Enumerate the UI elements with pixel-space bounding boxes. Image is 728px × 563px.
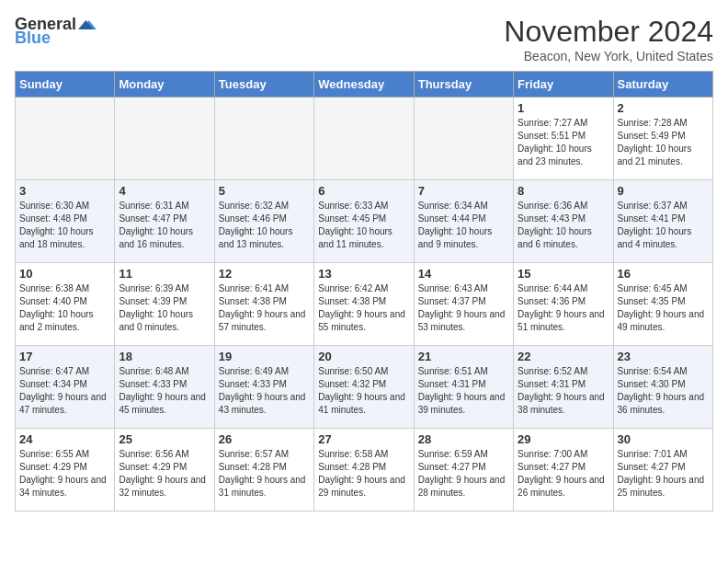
calendar-cell: 5Sunrise: 6:32 AM Sunset: 4:46 PM Daylig… (214, 180, 313, 263)
day-number: 7 (418, 184, 509, 198)
day-number: 22 (518, 350, 609, 363)
day-info: Sunrise: 6:57 AM Sunset: 4:28 PM Dayligh… (219, 448, 310, 500)
day-info: Sunrise: 6:51 AM Sunset: 4:31 PM Dayligh… (418, 365, 509, 417)
calendar-cell: 29Sunrise: 7:00 AM Sunset: 4:27 PM Dayli… (514, 429, 613, 511)
day-info: Sunrise: 6:39 AM Sunset: 4:39 PM Dayligh… (119, 282, 210, 334)
day-number: 9 (618, 184, 709, 198)
header: General Blue November 2024 Beacon, New Y… (15, 15, 713, 63)
calendar-table: SundayMondayTuesdayWednesdayThursdayFrid… (15, 71, 713, 511)
calendar-cell: 15Sunrise: 6:44 AM Sunset: 4:36 PM Dayli… (514, 263, 613, 346)
calendar-cell: 8Sunrise: 6:36 AM Sunset: 4:43 PM Daylig… (514, 180, 613, 263)
calendar-cell: 24Sunrise: 6:55 AM Sunset: 4:29 PM Dayli… (16, 429, 115, 511)
day-info: Sunrise: 6:43 AM Sunset: 4:37 PM Dayligh… (418, 282, 509, 334)
header-thursday: Thursday (414, 72, 513, 98)
day-number: 26 (219, 432, 310, 446)
logo-icon (78, 16, 97, 34)
day-info: Sunrise: 6:36 AM Sunset: 4:43 PM Dayligh… (518, 200, 609, 251)
location: Beacon, New York, United States (504, 49, 713, 63)
day-number: 14 (418, 267, 509, 281)
day-info: Sunrise: 6:48 AM Sunset: 4:33 PM Dayligh… (119, 365, 210, 417)
day-info: Sunrise: 6:52 AM Sunset: 4:31 PM Dayligh… (518, 365, 609, 417)
header-friday: Friday (514, 72, 613, 98)
day-info: Sunrise: 7:01 AM Sunset: 4:27 PM Dayligh… (618, 448, 709, 500)
calendar-cell: 12Sunrise: 6:41 AM Sunset: 4:38 PM Dayli… (214, 263, 313, 346)
week-row-3: 10Sunrise: 6:38 AM Sunset: 4:40 PM Dayli… (16, 263, 713, 346)
header-saturday: Saturday (613, 72, 712, 98)
day-number: 23 (618, 350, 709, 363)
calendar-cell: 11Sunrise: 6:39 AM Sunset: 4:39 PM Dayli… (115, 263, 214, 346)
day-number: 17 (19, 350, 110, 363)
day-info: Sunrise: 6:41 AM Sunset: 4:38 PM Dayligh… (219, 282, 310, 334)
calendar-cell: 6Sunrise: 6:33 AM Sunset: 4:45 PM Daylig… (314, 180, 414, 263)
header-row: SundayMondayTuesdayWednesdayThursdayFrid… (16, 72, 713, 98)
day-number: 21 (418, 350, 509, 363)
day-info: Sunrise: 6:44 AM Sunset: 4:36 PM Dayligh… (518, 282, 609, 334)
day-number: 2 (618, 101, 709, 115)
day-info: Sunrise: 6:49 AM Sunset: 4:33 PM Dayligh… (219, 365, 310, 417)
day-info: Sunrise: 6:47 AM Sunset: 4:34 PM Dayligh… (19, 365, 110, 417)
day-info: Sunrise: 6:33 AM Sunset: 4:45 PM Dayligh… (318, 200, 409, 251)
day-number: 5 (219, 184, 310, 198)
calendar-cell: 30Sunrise: 7:01 AM Sunset: 4:27 PM Dayli… (613, 429, 712, 511)
calendar-cell: 3Sunrise: 6:30 AM Sunset: 4:48 PM Daylig… (16, 180, 115, 263)
calendar-cell: 19Sunrise: 6:49 AM Sunset: 4:33 PM Dayli… (214, 346, 313, 429)
week-row-1: 1Sunrise: 7:27 AM Sunset: 5:51 PM Daylig… (16, 98, 713, 180)
calendar-cell: 7Sunrise: 6:34 AM Sunset: 4:44 PM Daylig… (414, 180, 513, 263)
day-info: Sunrise: 7:28 AM Sunset: 5:49 PM Dayligh… (618, 117, 709, 168)
calendar-cell: 13Sunrise: 6:42 AM Sunset: 4:38 PM Dayli… (314, 263, 414, 346)
day-number: 13 (318, 267, 409, 281)
day-info: Sunrise: 6:45 AM Sunset: 4:35 PM Dayligh… (618, 282, 709, 334)
day-number: 27 (318, 432, 409, 446)
header-sunday: Sunday (16, 72, 115, 98)
calendar-cell: 26Sunrise: 6:57 AM Sunset: 4:28 PM Dayli… (214, 429, 313, 511)
calendar-cell: 17Sunrise: 6:47 AM Sunset: 4:34 PM Dayli… (16, 346, 115, 429)
day-number: 6 (318, 184, 409, 198)
calendar-cell: 18Sunrise: 6:48 AM Sunset: 4:33 PM Dayli… (115, 346, 214, 429)
calendar-cell: 9Sunrise: 6:37 AM Sunset: 4:41 PM Daylig… (613, 180, 712, 263)
calendar-cell: 14Sunrise: 6:43 AM Sunset: 4:37 PM Dayli… (414, 263, 513, 346)
calendar-cell: 27Sunrise: 6:58 AM Sunset: 4:28 PM Dayli… (314, 429, 414, 511)
day-info: Sunrise: 6:38 AM Sunset: 4:40 PM Dayligh… (19, 282, 110, 334)
day-number: 18 (119, 350, 210, 363)
calendar-cell (16, 98, 115, 180)
day-number: 19 (219, 350, 310, 363)
day-info: Sunrise: 6:59 AM Sunset: 4:27 PM Dayligh… (418, 448, 509, 500)
day-info: Sunrise: 6:42 AM Sunset: 4:38 PM Dayligh… (318, 282, 409, 334)
calendar-cell: 23Sunrise: 6:54 AM Sunset: 4:30 PM Dayli… (613, 346, 712, 429)
logo: General Blue (15, 15, 97, 48)
day-number: 30 (618, 432, 709, 446)
header-wednesday: Wednesday (314, 72, 414, 98)
day-number: 25 (119, 432, 210, 446)
day-info: Sunrise: 6:54 AM Sunset: 4:30 PM Dayligh… (618, 365, 709, 417)
day-info: Sunrise: 6:30 AM Sunset: 4:48 PM Dayligh… (19, 200, 110, 251)
calendar-cell (414, 98, 513, 180)
week-row-2: 3Sunrise: 6:30 AM Sunset: 4:48 PM Daylig… (16, 180, 713, 263)
day-info: Sunrise: 6:31 AM Sunset: 4:47 PM Dayligh… (119, 200, 210, 251)
day-number: 29 (518, 432, 609, 446)
day-info: Sunrise: 7:00 AM Sunset: 4:27 PM Dayligh… (518, 448, 609, 500)
day-info: Sunrise: 6:56 AM Sunset: 4:29 PM Dayligh… (119, 448, 210, 500)
calendar-cell (115, 98, 214, 180)
day-number: 28 (418, 432, 509, 446)
calendar-cell: 1Sunrise: 7:27 AM Sunset: 5:51 PM Daylig… (514, 98, 613, 180)
day-info: Sunrise: 7:27 AM Sunset: 5:51 PM Dayligh… (518, 117, 609, 168)
calendar-cell: 20Sunrise: 6:50 AM Sunset: 4:32 PM Dayli… (314, 346, 414, 429)
week-row-4: 17Sunrise: 6:47 AM Sunset: 4:34 PM Dayli… (16, 346, 713, 429)
day-number: 10 (19, 267, 110, 281)
calendar-cell: 28Sunrise: 6:59 AM Sunset: 4:27 PM Dayli… (414, 429, 513, 511)
calendar-cell: 16Sunrise: 6:45 AM Sunset: 4:35 PM Dayli… (613, 263, 712, 346)
calendar-cell: 4Sunrise: 6:31 AM Sunset: 4:47 PM Daylig… (115, 180, 214, 263)
calendar-cell (214, 98, 313, 180)
calendar-cell (314, 98, 414, 180)
title-area: November 2024 Beacon, New York, United S… (504, 15, 713, 63)
day-number: 20 (318, 350, 409, 363)
calendar-cell: 10Sunrise: 6:38 AM Sunset: 4:40 PM Dayli… (16, 263, 115, 346)
day-info: Sunrise: 6:37 AM Sunset: 4:41 PM Dayligh… (618, 200, 709, 251)
header-tuesday: Tuesday (214, 72, 313, 98)
day-info: Sunrise: 6:50 AM Sunset: 4:32 PM Dayligh… (318, 365, 409, 417)
day-number: 3 (19, 184, 110, 198)
day-number: 4 (119, 184, 210, 198)
calendar-cell: 25Sunrise: 6:56 AM Sunset: 4:29 PM Dayli… (115, 429, 214, 511)
month-title: November 2024 (504, 15, 713, 49)
day-info: Sunrise: 6:32 AM Sunset: 4:46 PM Dayligh… (219, 200, 310, 251)
